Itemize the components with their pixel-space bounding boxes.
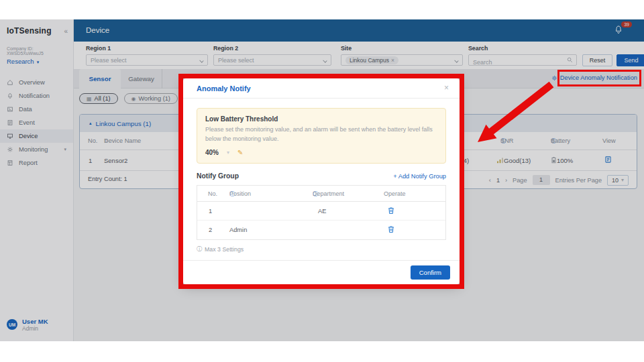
- close-icon[interactable]: ×: [444, 83, 449, 93]
- info-icon: ⓘ: [197, 245, 202, 253]
- trash-icon: [388, 226, 394, 233]
- modal-body: Low Battery Threshold Please set the mon…: [183, 99, 460, 253]
- chevron-down-icon[interactable]: ▾: [227, 149, 229, 156]
- modal-header: Anomaly Notify ×: [183, 78, 460, 99]
- notify-row: 1 AE: [197, 202, 445, 221]
- notify-group-table: No. Position ⓘ Department ⓘ Operate 1 AE…: [197, 185, 446, 240]
- delete-button[interactable]: [388, 226, 394, 235]
- edit-pencil-icon[interactable]: ✎: [237, 149, 243, 156]
- col-operate: Operate: [384, 190, 406, 197]
- col-no: No.: [208, 190, 217, 197]
- threshold-title: Low Battery Threshold: [205, 115, 437, 123]
- modal-title: Anomaly Notify: [197, 84, 251, 93]
- modal-footer: Confirm: [183, 260, 460, 284]
- threshold-description: Please set the monitoring value, and an …: [205, 125, 447, 143]
- anomaly-notify-modal: Anomaly Notify × Low Battery Threshold P…: [183, 78, 460, 284]
- low-battery-threshold-panel: Low Battery Threshold Please set the mon…: [197, 108, 446, 164]
- notify-row: 2 Admin: [197, 221, 445, 239]
- confirm-button[interactable]: Confirm: [411, 265, 450, 280]
- trash-icon: [388, 206, 394, 214]
- notify-group-title: Notify Group: [197, 172, 239, 180]
- cell-department: AE: [318, 208, 326, 215]
- info-icon: ⓘ: [229, 190, 235, 197]
- cell-no: 1: [209, 208, 212, 215]
- threshold-value[interactable]: 40%: [205, 149, 219, 156]
- cell-no: 2: [209, 227, 212, 233]
- cell-position: Admin: [229, 227, 247, 233]
- delete-button[interactable]: [388, 206, 394, 215]
- note-text: Max 3 Settings: [205, 246, 244, 253]
- notify-table-header: No. Position ⓘ Department ⓘ Operate: [197, 186, 445, 202]
- add-notify-group-button[interactable]: + Add Notify Group: [393, 173, 446, 180]
- info-icon: ⓘ: [313, 190, 318, 197]
- max-settings-note: ⓘ Max 3 Settings: [197, 245, 446, 253]
